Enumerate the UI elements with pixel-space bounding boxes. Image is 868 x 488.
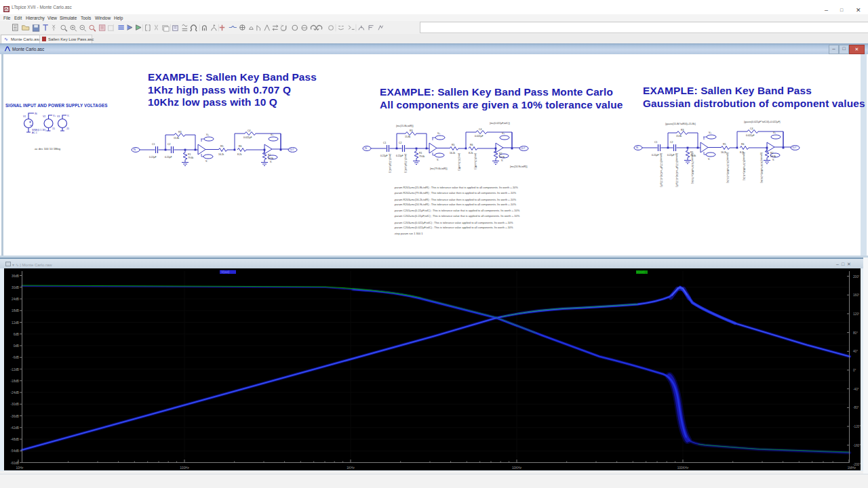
- svg-text:{gauss(0.22µF*tolC/4)+0.22µF}: {gauss(0.22µF*tolC/4)+0.22µF}: [660, 153, 663, 188]
- svg-text:0°: 0°: [853, 369, 856, 372]
- svg-text:V3: V3: [57, 115, 60, 118]
- svg-text:.step param run 1 300 1: .step param run 1 300 1: [394, 232, 423, 235]
- svg-text:18dB: 18dB: [12, 309, 19, 312]
- svg-text:{gauss(24.9k*tolR/4)+24.9k}: {gauss(24.9k*tolR/4)+24.9k}: [760, 152, 763, 184]
- svg-text:-36dB: -36dB: [10, 415, 19, 418]
- svg-text:{mc(15.8k,tolR)}: {mc(15.8k,tolR)}: [396, 125, 414, 127]
- svg-text:.param C204=mc(0.022µF,tolC) ;: .param C204=mc(0.022µF,tolC) ; This is t…: [394, 226, 513, 229]
- svg-text:{mc(0.22µF,tolC)}: {mc(0.22µF,tolC)}: [389, 154, 391, 174]
- svg-text:100KHz: 100KHz: [677, 466, 689, 470]
- svg-text:V2: V2: [43, 115, 45, 118]
- svg-text:6dB: 6dB: [14, 333, 19, 336]
- svg-text:10Hz: 10Hz: [16, 466, 24, 470]
- svg-text:.param C201=mc(0.22µF,tolC) ;: .param C201=mc(0.22µF,tolC) ; This is to…: [394, 209, 520, 212]
- svg-text:-24dB: -24dB: [10, 391, 19, 394]
- svg-text:200°: 200°: [853, 275, 860, 279]
- svg-text:.param C203=mc(0.022µF,tolC) ;: .param C203=mc(0.022µF,tolC) ; This is t…: [394, 221, 513, 224]
- svg-text:.param R204=mc(24.9k,tolR) ; T: .param R204=mc(24.9k,tolR) ; This tolera…: [394, 203, 516, 206]
- svg-text:{gauss(8.2k*tolR/4)+8.2k}: {gauss(8.2k*tolR/4)+8.2k}: [743, 152, 745, 181]
- svg-text:SINE(0 1 1K): SINE(0 1 1K): [32, 129, 46, 131]
- svg-text:40°: 40°: [853, 350, 858, 353]
- svg-text:-160°: -160°: [853, 444, 861, 447]
- svg-text:-6dB: -6dB: [12, 356, 19, 359]
- svg-text:-80°: -80°: [853, 406, 859, 409]
- svg-text:V-: V-: [67, 115, 70, 117]
- svg-text:V(out): V(out): [637, 270, 646, 274]
- svg-text:12dB: 12dB: [12, 321, 19, 325]
- svg-text:{mc(0.22µF,tolC)}: {mc(0.22µF,tolC)}: [404, 154, 407, 174]
- svg-text:{mc(0.022µF,tolC)}: {mc(0.022µF,tolC)}: [490, 122, 511, 125]
- svg-text:120°: 120°: [853, 312, 860, 316]
- svg-text:{gauss(0.022µF*tolC/4)+0.022µF: {gauss(0.022µF*tolC/4)+0.022µF}: [744, 121, 781, 123]
- svg-text:0dB: 0dB: [14, 344, 19, 348]
- svg-text:-15: -15: [66, 127, 69, 130]
- svg-text:-12dB: -12dB: [10, 368, 19, 371]
- svg-text:.param R203=mc(16.2k,tolR) ; T: .param R203=mc(16.2k,tolR) ; This tolera…: [394, 198, 516, 201]
- svg-text:.param R201=mc(15.8k,tolR) ; T: .param R201=mc(15.8k,tolR) ; This is tol…: [394, 186, 518, 189]
- svg-text:V1: V1: [23, 115, 26, 118]
- svg-text:V+: V+: [53, 115, 56, 117]
- svg-text:-54dB: -54dB: [10, 449, 19, 453]
- svg-text:{gauss(16.2k*tolR/4)+16.2k}: {gauss(16.2k*tolR/4)+16.2k}: [726, 152, 729, 184]
- svg-text:15: 15: [52, 127, 55, 130]
- svg-text:10KHz: 10KHz: [512, 466, 522, 470]
- svg-text:160°: 160°: [853, 293, 860, 297]
- svg-text:{mc(24.9k,tolR)}: {mc(24.9k,tolR)}: [510, 165, 528, 168]
- svg-text:{mc(8.2k,tolR)}: {mc(8.2k,tolR)}: [474, 153, 477, 170]
- svg-text:-200°: -200°: [853, 463, 861, 466]
- svg-text:{mc(16.2k,tolR)}: {mc(16.2k,tolR)}: [458, 153, 460, 171]
- svg-text:-30dB: -30dB: [10, 403, 19, 406]
- svg-text:-48dB: -48dB: [10, 438, 19, 441]
- svg-text:-42dB: -42dB: [10, 426, 19, 430]
- svg-text:{gauss(79.6k*tolR/4)+79.6k}: {gauss(79.6k*tolR/4)+79.6k}: [691, 153, 694, 184]
- svg-text:IN: IN: [35, 113, 37, 115]
- svg-text:100Hz: 100Hz: [180, 466, 189, 470]
- svg-text:-40°: -40°: [853, 388, 859, 391]
- svg-text:{mc(79.6k,tolR)}: {mc(79.6k,tolR)}: [430, 167, 448, 170]
- svg-text:80°: 80°: [853, 331, 858, 335]
- svg-text:{gauss(0.22µF*tolC/4)+0.22µF}: {gauss(0.22µF*tolC/4)+0.22µF}: [675, 153, 678, 188]
- svg-text:AC 1: AC 1: [32, 131, 37, 134]
- svg-text:36dB: 36dB: [12, 274, 19, 278]
- svg-text:.param R202=mc(79.6k,tolR) ; T: .param R202=mc(79.6k,tolR) ; This tolera…: [394, 191, 516, 195]
- svg-text:-120°: -120°: [853, 425, 861, 428]
- svg-text:24dB: 24dB: [12, 298, 19, 301]
- svg-text:1KHz: 1KHz: [347, 466, 355, 470]
- svg-text:{gauss(15.8k*tolR/4)+15.8k}: {gauss(15.8k*tolR/4)+15.8k}: [665, 123, 696, 125]
- svg-text:.param C202=mc(0.22µF,tolC) ;: .param C202=mc(0.22µF,tolC) ; This is to…: [394, 214, 520, 218]
- svg-text:-18dB: -18dB: [10, 380, 19, 383]
- svg-text:-60dB: -60dB: [10, 462, 19, 465]
- svg-text:30dB: 30dB: [12, 286, 19, 289]
- svg-text:V(out): V(out): [221, 270, 230, 274]
- svg-text:.ac dec 100 10 1Meg: .ac dec 100 10 1Meg: [34, 147, 61, 150]
- svg-text:1MHz: 1MHz: [848, 466, 856, 470]
